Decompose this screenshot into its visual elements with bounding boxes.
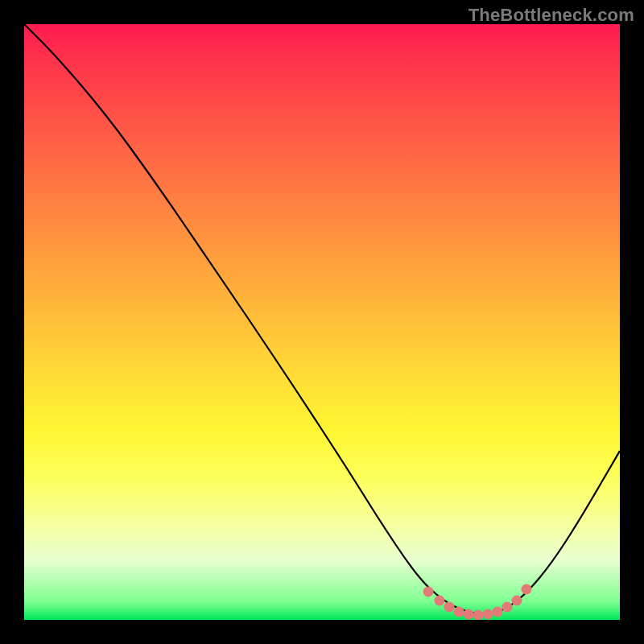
trough-dot <box>423 587 434 597</box>
chart-frame: TheBottleneck.com <box>0 0 644 644</box>
trough-dot <box>493 607 503 617</box>
curve-layer <box>24 24 620 620</box>
trough-dot <box>483 609 493 620</box>
trough-dots <box>423 584 532 621</box>
trough-dot <box>512 596 522 606</box>
trough-dot <box>454 607 464 617</box>
plot-area <box>24 24 620 620</box>
trough-dot <box>444 602 455 613</box>
trough-dot <box>473 610 484 621</box>
trough-dot <box>435 596 445 606</box>
trough-dot <box>522 584 532 595</box>
trough-dot <box>502 602 513 613</box>
trough-dot <box>464 609 474 620</box>
bottleneck-curve <box>24 24 620 614</box>
watermark-text: TheBottleneck.com <box>469 5 634 26</box>
